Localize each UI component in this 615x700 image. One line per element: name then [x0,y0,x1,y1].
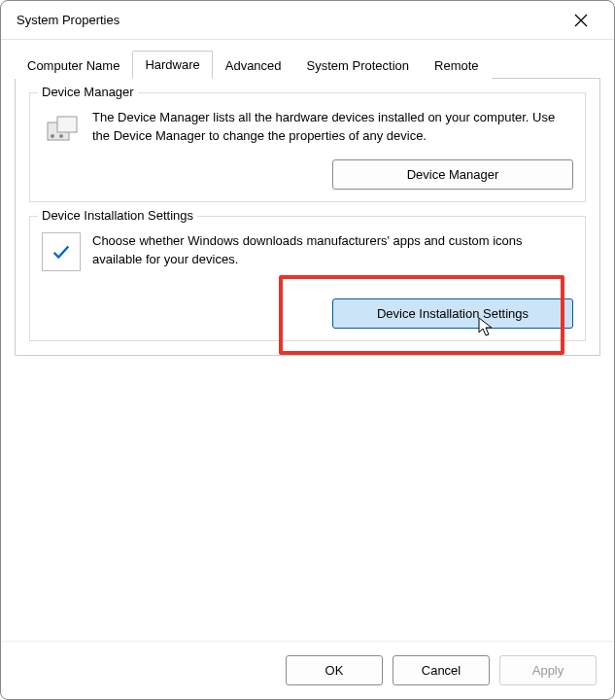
close-icon [574,14,588,27]
device-manager-icon [42,109,81,148]
device-manager-group-label: Device Manager [38,85,138,99]
device-manager-button[interactable]: Device Manager [332,159,573,190]
device-installation-settings-button[interactable]: Device Installation Settings [332,298,573,329]
tab-advanced[interactable]: Advanced [213,52,294,79]
dialog-footer: OK Cancel Apply [1,641,614,699]
tab-computer-name[interactable]: Computer Name [15,52,132,79]
device-manager-description: The Device Manager lists all the hardwar… [92,109,573,146]
tab-remote[interactable]: Remote [422,52,492,79]
titlebar: System Properties [1,1,614,40]
system-properties-window: System Properties Computer Name Hardware… [0,0,615,700]
window-title: System Properties [17,13,120,27]
device-installation-settings-group: Device Installation Settings Choose whet… [29,216,586,341]
cancel-button[interactable]: Cancel [393,655,490,685]
checkmark-icon [42,232,81,271]
apply-button[interactable]: Apply [499,655,597,685]
device-installation-group-label: Device Installation Settings [38,208,197,223]
tab-hardware[interactable]: Hardware [132,51,212,79]
svg-point-4 [51,134,54,138]
device-installation-description: Choose whether Windows downloads manufac… [92,232,573,269]
tab-strip: Computer Name Hardware Advanced System P… [1,40,614,78]
svg-rect-3 [57,117,77,132]
tab-content-hardware: Device Manager The Device Manager lists … [15,78,600,356]
device-manager-group: Device Manager The Device Manager lists … [29,92,586,202]
svg-point-5 [59,134,63,138]
close-button[interactable] [562,1,600,40]
tab-system-protection[interactable]: System Protection [294,52,423,79]
ok-button[interactable]: OK [286,655,383,685]
